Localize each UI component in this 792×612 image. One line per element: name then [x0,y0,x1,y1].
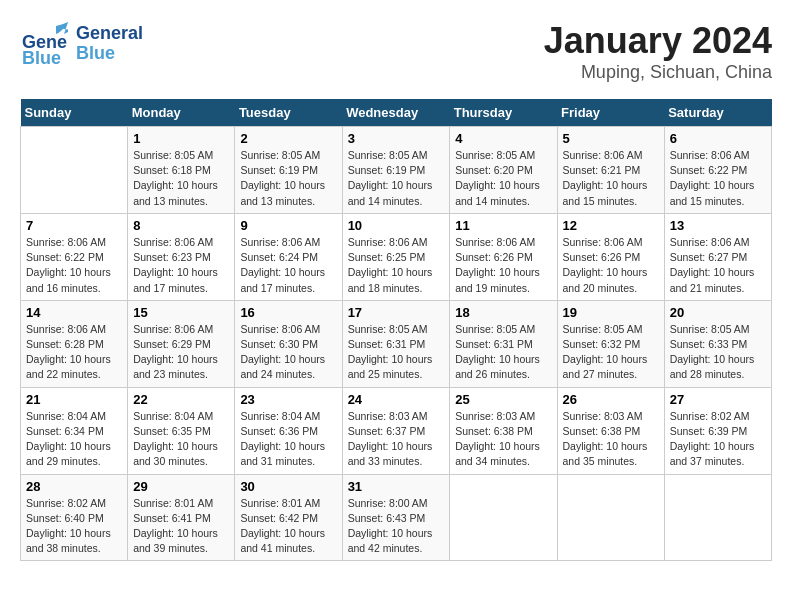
day-header: Saturday [664,99,771,127]
day-info: Sunrise: 8:06 AM Sunset: 6:22 PM Dayligh… [670,148,766,209]
day-number: 23 [240,392,336,407]
day-header: Wednesday [342,99,450,127]
day-number: 22 [133,392,229,407]
day-info: Sunrise: 8:05 AM Sunset: 6:32 PM Dayligh… [563,322,659,383]
calendar-week-row: 21Sunrise: 8:04 AM Sunset: 6:34 PM Dayli… [21,387,772,474]
calendar-cell: 9Sunrise: 8:06 AM Sunset: 6:24 PM Daylig… [235,213,342,300]
svg-text:Blue: Blue [22,48,61,68]
day-info: Sunrise: 8:04 AM Sunset: 6:35 PM Dayligh… [133,409,229,470]
logo-line2: Blue [76,44,143,64]
calendar-cell: 27Sunrise: 8:02 AM Sunset: 6:39 PM Dayli… [664,387,771,474]
calendar-cell: 3Sunrise: 8:05 AM Sunset: 6:19 PM Daylig… [342,127,450,214]
calendar-cell: 16Sunrise: 8:06 AM Sunset: 6:30 PM Dayli… [235,300,342,387]
calendar-week-row: 28Sunrise: 8:02 AM Sunset: 6:40 PM Dayli… [21,474,772,561]
calendar-week-row: 14Sunrise: 8:06 AM Sunset: 6:28 PM Dayli… [21,300,772,387]
day-number: 2 [240,131,336,146]
day-number: 18 [455,305,551,320]
day-info: Sunrise: 8:06 AM Sunset: 6:25 PM Dayligh… [348,235,445,296]
day-number: 29 [133,479,229,494]
calendar-cell [557,474,664,561]
day-info: Sunrise: 8:06 AM Sunset: 6:28 PM Dayligh… [26,322,122,383]
day-info: Sunrise: 8:00 AM Sunset: 6:43 PM Dayligh… [348,496,445,557]
calendar-cell: 1Sunrise: 8:05 AM Sunset: 6:18 PM Daylig… [128,127,235,214]
day-header: Tuesday [235,99,342,127]
logo-line1: General [76,24,143,44]
day-number: 27 [670,392,766,407]
day-info: Sunrise: 8:05 AM Sunset: 6:33 PM Dayligh… [670,322,766,383]
calendar-cell: 29Sunrise: 8:01 AM Sunset: 6:41 PM Dayli… [128,474,235,561]
day-header: Thursday [450,99,557,127]
calendar-cell: 26Sunrise: 8:03 AM Sunset: 6:38 PM Dayli… [557,387,664,474]
day-number: 20 [670,305,766,320]
day-number: 6 [670,131,766,146]
day-info: Sunrise: 8:06 AM Sunset: 6:29 PM Dayligh… [133,322,229,383]
calendar-cell: 28Sunrise: 8:02 AM Sunset: 6:40 PM Dayli… [21,474,128,561]
day-info: Sunrise: 8:05 AM Sunset: 6:19 PM Dayligh… [240,148,336,209]
day-info: Sunrise: 8:04 AM Sunset: 6:36 PM Dayligh… [240,409,336,470]
day-info: Sunrise: 8:06 AM Sunset: 6:30 PM Dayligh… [240,322,336,383]
calendar-cell: 4Sunrise: 8:05 AM Sunset: 6:20 PM Daylig… [450,127,557,214]
day-info: Sunrise: 8:05 AM Sunset: 6:19 PM Dayligh… [348,148,445,209]
day-info: Sunrise: 8:03 AM Sunset: 6:38 PM Dayligh… [563,409,659,470]
calendar-cell: 2Sunrise: 8:05 AM Sunset: 6:19 PM Daylig… [235,127,342,214]
day-info: Sunrise: 8:06 AM Sunset: 6:22 PM Dayligh… [26,235,122,296]
day-number: 15 [133,305,229,320]
day-number: 8 [133,218,229,233]
calendar-week-row: 1Sunrise: 8:05 AM Sunset: 6:18 PM Daylig… [21,127,772,214]
calendar-cell: 6Sunrise: 8:06 AM Sunset: 6:22 PM Daylig… [664,127,771,214]
page-subtitle: Muping, Sichuan, China [544,62,772,83]
calendar-cell [450,474,557,561]
page-title: January 2024 [544,20,772,62]
day-number: 5 [563,131,659,146]
calendar-cell: 20Sunrise: 8:05 AM Sunset: 6:33 PM Dayli… [664,300,771,387]
day-number: 17 [348,305,445,320]
calendar-cell: 25Sunrise: 8:03 AM Sunset: 6:38 PM Dayli… [450,387,557,474]
day-number: 31 [348,479,445,494]
day-number: 3 [348,131,445,146]
calendar-cell: 14Sunrise: 8:06 AM Sunset: 6:28 PM Dayli… [21,300,128,387]
calendar-cell [664,474,771,561]
day-number: 28 [26,479,122,494]
calendar-cell: 23Sunrise: 8:04 AM Sunset: 6:36 PM Dayli… [235,387,342,474]
day-info: Sunrise: 8:05 AM Sunset: 6:18 PM Dayligh… [133,148,229,209]
day-number: 12 [563,218,659,233]
calendar-cell: 18Sunrise: 8:05 AM Sunset: 6:31 PM Dayli… [450,300,557,387]
day-info: Sunrise: 8:02 AM Sunset: 6:39 PM Dayligh… [670,409,766,470]
day-number: 10 [348,218,445,233]
day-header: Monday [128,99,235,127]
day-info: Sunrise: 8:01 AM Sunset: 6:42 PM Dayligh… [240,496,336,557]
day-info: Sunrise: 8:05 AM Sunset: 6:20 PM Dayligh… [455,148,551,209]
calendar-cell: 17Sunrise: 8:05 AM Sunset: 6:31 PM Dayli… [342,300,450,387]
calendar-header-row: SundayMondayTuesdayWednesdayThursdayFrid… [21,99,772,127]
calendar-cell: 10Sunrise: 8:06 AM Sunset: 6:25 PM Dayli… [342,213,450,300]
day-header: Sunday [21,99,128,127]
page-header: General Blue General Blue January 2024 M… [20,20,772,83]
calendar-cell: 11Sunrise: 8:06 AM Sunset: 6:26 PM Dayli… [450,213,557,300]
calendar-cell [21,127,128,214]
day-info: Sunrise: 8:03 AM Sunset: 6:37 PM Dayligh… [348,409,445,470]
day-number: 11 [455,218,551,233]
day-info: Sunrise: 8:01 AM Sunset: 6:41 PM Dayligh… [133,496,229,557]
day-info: Sunrise: 8:06 AM Sunset: 6:24 PM Dayligh… [240,235,336,296]
day-info: Sunrise: 8:02 AM Sunset: 6:40 PM Dayligh… [26,496,122,557]
day-info: Sunrise: 8:03 AM Sunset: 6:38 PM Dayligh… [455,409,551,470]
calendar-cell: 7Sunrise: 8:06 AM Sunset: 6:22 PM Daylig… [21,213,128,300]
calendar-cell: 21Sunrise: 8:04 AM Sunset: 6:34 PM Dayli… [21,387,128,474]
day-number: 4 [455,131,551,146]
day-number: 30 [240,479,336,494]
day-info: Sunrise: 8:04 AM Sunset: 6:34 PM Dayligh… [26,409,122,470]
day-number: 1 [133,131,229,146]
day-header: Friday [557,99,664,127]
day-number: 14 [26,305,122,320]
day-info: Sunrise: 8:05 AM Sunset: 6:31 PM Dayligh… [455,322,551,383]
day-info: Sunrise: 8:05 AM Sunset: 6:31 PM Dayligh… [348,322,445,383]
title-block: January 2024 Muping, Sichuan, China [544,20,772,83]
day-info: Sunrise: 8:06 AM Sunset: 6:27 PM Dayligh… [670,235,766,296]
day-number: 19 [563,305,659,320]
calendar-cell: 24Sunrise: 8:03 AM Sunset: 6:37 PM Dayli… [342,387,450,474]
calendar-cell: 31Sunrise: 8:00 AM Sunset: 6:43 PM Dayli… [342,474,450,561]
day-number: 24 [348,392,445,407]
day-number: 26 [563,392,659,407]
day-number: 7 [26,218,122,233]
calendar-body: 1Sunrise: 8:05 AM Sunset: 6:18 PM Daylig… [21,127,772,561]
